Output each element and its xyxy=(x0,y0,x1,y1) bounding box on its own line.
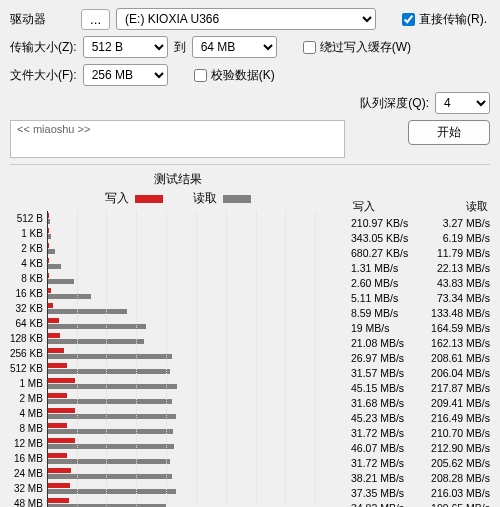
results-header-read: 读取 xyxy=(466,199,488,214)
results-header: 写入 读取 xyxy=(351,199,490,216)
result-read: 216.49 MB/s xyxy=(431,411,490,426)
description-textbox[interactable]: << miaoshu >> xyxy=(10,120,345,158)
result-row: 5.11 MB/s73.34 MB/s xyxy=(351,291,490,306)
bar-row xyxy=(48,451,345,466)
result-write: 2.60 MB/s xyxy=(351,276,398,291)
result-row: 37.35 MB/s216.03 MB/s xyxy=(351,486,490,501)
result-row: 680.27 KB/s11.79 MB/s xyxy=(351,246,490,261)
bar-row xyxy=(48,391,345,406)
result-row: 210.97 KB/s3.27 MB/s xyxy=(351,216,490,231)
bar-read xyxy=(48,219,50,224)
result-write: 5.11 MB/s xyxy=(351,291,398,306)
direct-transfer-checkbox[interactable]: 直接传输(R). xyxy=(402,11,487,28)
to-label: 到 xyxy=(174,39,186,56)
result-read: 208.61 MB/s xyxy=(431,351,490,366)
bar-row xyxy=(48,421,345,436)
result-write: 38.21 MB/s xyxy=(351,471,404,486)
bar-row xyxy=(48,241,345,256)
drive-label: 驱动器 xyxy=(10,11,75,28)
verify-data-input[interactable] xyxy=(194,69,207,82)
result-write: 31.72 MB/s xyxy=(351,456,404,471)
bar-write xyxy=(48,258,49,263)
result-row: 31.68 MB/s209.41 MB/s xyxy=(351,396,490,411)
result-read: 73.34 MB/s xyxy=(437,291,490,306)
bar-read xyxy=(48,234,52,239)
start-button[interactable]: 开始 xyxy=(408,120,490,145)
bar-read xyxy=(48,264,61,269)
bar-write xyxy=(48,318,59,323)
result-write: 19 MB/s xyxy=(351,321,390,336)
y-tick: 4 MB xyxy=(19,406,42,421)
result-read: 162.13 MB/s xyxy=(431,336,490,351)
bypass-cache-checkbox[interactable]: 绕过写入缓存(W) xyxy=(303,39,411,56)
legend-write-label: 写入 xyxy=(105,190,129,207)
bar-write xyxy=(48,378,75,383)
bar-row xyxy=(48,331,345,346)
result-read: 11.79 MB/s xyxy=(437,246,490,261)
result-read: 208.28 MB/s xyxy=(431,471,490,486)
verify-data-checkbox[interactable]: 校验数据(K) xyxy=(194,67,275,84)
bar-read xyxy=(48,459,170,464)
bar-read xyxy=(48,339,144,344)
bar-read xyxy=(48,384,177,389)
y-tick: 48 MB xyxy=(14,496,43,507)
result-write: 45.23 MB/s xyxy=(351,411,404,426)
bar-row xyxy=(48,286,345,301)
y-tick: 2 KB xyxy=(21,241,43,256)
bar-read xyxy=(48,399,172,404)
bar-row xyxy=(48,436,345,451)
bar-row xyxy=(48,316,345,331)
bar-row xyxy=(48,226,345,241)
direct-transfer-text: 直接传输(R). xyxy=(419,11,487,28)
results-header-write: 写入 xyxy=(353,199,375,214)
drive-browse-button[interactable]: ... xyxy=(81,9,110,30)
result-read: 206.04 MB/s xyxy=(431,366,490,381)
bar-write xyxy=(48,333,61,338)
result-write: 21.08 MB/s xyxy=(351,336,404,351)
chart-legend: 写入 读取 xyxy=(10,190,345,207)
bypass-cache-input[interactable] xyxy=(303,41,316,54)
bar-write xyxy=(48,303,53,308)
y-tick: 8 KB xyxy=(21,271,43,286)
bar-write xyxy=(48,348,64,353)
bar-row xyxy=(48,301,345,316)
result-write: 37.35 MB/s xyxy=(351,486,404,501)
result-row: 21.08 MB/s162.13 MB/s xyxy=(351,336,490,351)
queue-depth-select[interactable]: 4 xyxy=(435,92,490,114)
direct-transfer-input[interactable] xyxy=(402,13,415,26)
result-write: 210.97 KB/s xyxy=(351,216,408,231)
chart-title: 测试结果 xyxy=(10,171,345,188)
result-write: 31.57 MB/s xyxy=(351,366,404,381)
result-row: 2.60 MB/s43.83 MB/s xyxy=(351,276,490,291)
result-write: 343.05 KB/s xyxy=(351,231,408,246)
bar-write xyxy=(48,468,71,473)
bar-row xyxy=(48,496,345,507)
queue-depth-label: 队列深度(Q): xyxy=(360,95,429,112)
transfer-min-select[interactable]: 512 B xyxy=(83,36,168,58)
bar-write xyxy=(48,363,67,368)
bar-write xyxy=(48,498,69,503)
bar-write xyxy=(48,408,75,413)
bar-row xyxy=(48,271,345,286)
transfer-max-select[interactable]: 64 MB xyxy=(192,36,277,58)
result-row: 31.72 MB/s205.62 MB/s xyxy=(351,456,490,471)
bar-read xyxy=(48,309,127,314)
result-write: 26.97 MB/s xyxy=(351,351,404,366)
result-read: 210.70 MB/s xyxy=(431,426,490,441)
bar-read xyxy=(48,444,175,449)
file-size-select[interactable]: 256 MB xyxy=(83,64,168,86)
y-tick: 8 MB xyxy=(19,421,42,436)
result-read: 216.03 MB/s xyxy=(431,486,490,501)
y-tick: 12 MB xyxy=(14,436,43,451)
bar-row xyxy=(48,346,345,361)
result-write: 1.31 MB/s xyxy=(351,261,398,276)
bar-row xyxy=(48,481,345,496)
legend-read-swatch xyxy=(223,195,251,203)
y-axis-labels: 512 B1 KB2 KB4 KB8 KB16 KB32 KB64 KB128 … xyxy=(10,211,47,507)
y-tick: 24 MB xyxy=(14,466,43,481)
bar-row xyxy=(48,376,345,391)
result-read: 22.13 MB/s xyxy=(437,261,490,276)
result-write: 31.68 MB/s xyxy=(351,396,404,411)
transfer-size-label: 传输大小(Z): xyxy=(10,39,77,56)
drive-select[interactable]: (E:) KIOXIA U366 xyxy=(116,8,376,30)
